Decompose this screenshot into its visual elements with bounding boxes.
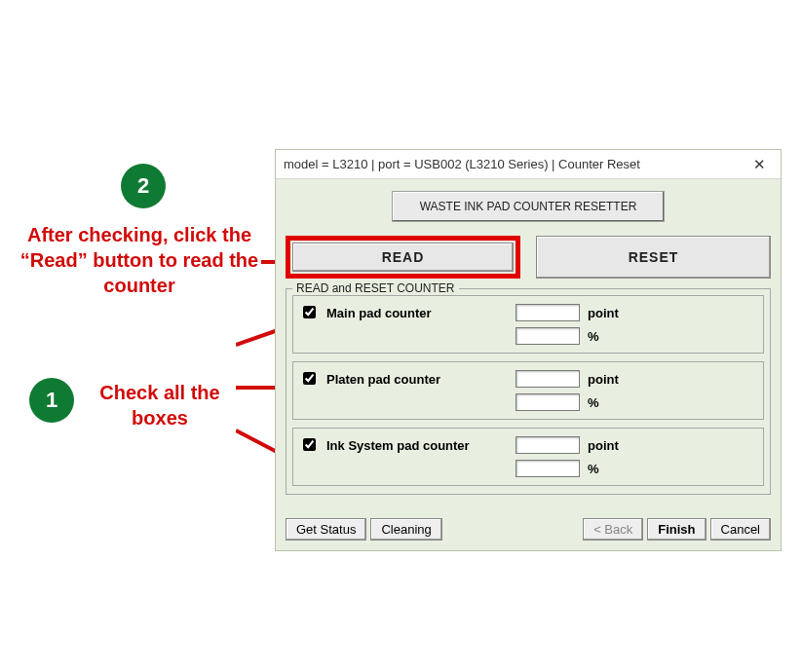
ink-system-pad-label: Ink System pad counter [326, 438, 510, 453]
read-button[interactable]: READ [292, 243, 514, 272]
main-pad-label: Main pad counter [326, 306, 510, 320]
cleaning-button[interactable]: Cleaning [370, 518, 441, 541]
platen-pad-label: Platen pad counter [326, 372, 510, 387]
annotation-layer: 2 After checking, click the “Read” butto… [0, 0, 273, 672]
unit-point: point [588, 438, 646, 453]
back-button: < Back [583, 518, 643, 541]
finish-button[interactable]: Finish [647, 518, 706, 541]
ink-system-pad-point-value [516, 436, 580, 454]
dialog-window: model = L3210 | port = USB002 (L3210 Ser… [275, 149, 782, 551]
title-bar: model = L3210 | port = USB002 (L3210 Ser… [276, 150, 781, 179]
counter-row-ink-system: Ink System pad counter point % [292, 428, 764, 486]
main-pad-point-value [516, 304, 580, 321]
platen-pad-point-value [516, 370, 580, 388]
main-pad-checkbox[interactable] [303, 306, 316, 318]
cancel-button[interactable]: Cancel [710, 518, 771, 541]
step-1-text: Check all the boxes [82, 380, 238, 430]
main-pad-percent-value [516, 327, 580, 345]
counter-row-platen: Platen pad counter point % [292, 361, 764, 420]
unit-point: point [588, 306, 646, 320]
step-number-1: 1 [29, 378, 74, 423]
step-2-text: After checking, click the “Read” button … [14, 222, 265, 298]
counter-group: READ and RESET COUNTER Main pad counter … [286, 288, 771, 495]
group-legend: READ and RESET COUNTER [292, 281, 459, 295]
read-button-highlight: READ [286, 236, 520, 279]
step-number-2: 2 [121, 164, 166, 208]
close-button[interactable]: ✕ [745, 156, 773, 173]
unit-percent: % [588, 395, 646, 410]
reset-button[interactable]: RESET [536, 236, 771, 279]
platen-pad-percent-value [516, 393, 580, 411]
footer-bar: Get Status Cleaning < Back Finish Cancel [276, 504, 781, 550]
unit-point: point [588, 372, 646, 387]
ink-system-pad-checkbox[interactable] [303, 438, 316, 451]
unit-percent: % [588, 462, 646, 476]
platen-pad-checkbox[interactable] [303, 372, 316, 385]
unit-percent: % [588, 329, 646, 344]
ink-system-pad-percent-value [516, 460, 580, 477]
get-status-button[interactable]: Get Status [286, 518, 366, 541]
window-title: model = L3210 | port = USB002 (L3210 Ser… [284, 157, 745, 171]
counter-row-main: Main pad counter point % [292, 295, 764, 354]
header-label-button[interactable]: WASTE INK PAD COUNTER RESETTER [392, 191, 665, 222]
